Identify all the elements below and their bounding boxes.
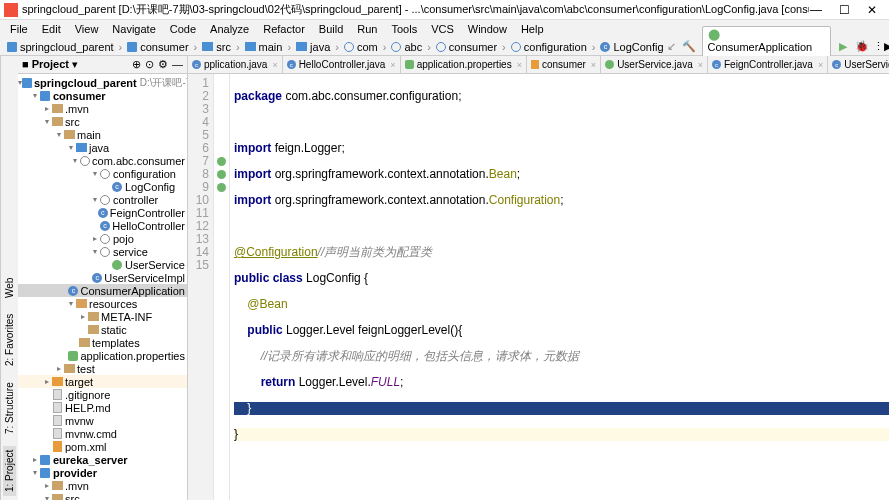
tab-usrsvc[interactable]: UserService.java× <box>601 56 708 73</box>
hide-icon[interactable]: — <box>172 58 183 71</box>
tree-resources[interactable]: ▾resources <box>18 297 187 310</box>
maximize-button[interactable]: ☐ <box>837 3 851 17</box>
crumb-abc[interactable]: abc <box>388 41 425 53</box>
tab-appprops[interactable]: application.properties× <box>401 56 527 73</box>
rail-web[interactable]: Web <box>3 273 16 301</box>
bean-gutter-icon[interactable] <box>217 170 226 179</box>
tab-usrsvcimpl[interactable]: cUserServiceImpl.java× <box>828 56 889 73</box>
hammer-icon[interactable]: 🔨 <box>682 40 696 53</box>
tree-consumer[interactable]: ▾consumer <box>18 89 187 102</box>
tree-target[interactable]: ▸target <box>18 375 187 388</box>
tree-configuration[interactable]: ▾configuration <box>18 167 187 180</box>
run-icon[interactable]: ▶ <box>837 40 849 54</box>
rail-favorites[interactable]: 2: Favorites <box>3 310 16 370</box>
crumb-src[interactable]: src <box>199 41 234 53</box>
collapse-icon[interactable]: ⊕ <box>132 58 141 71</box>
editor-tabs: cpplication.java× cHelloController.java×… <box>188 56 889 74</box>
menu-analyze[interactable]: Analyze <box>204 22 255 36</box>
tree-help[interactable]: HELP.md <box>18 401 187 414</box>
tree-service[interactable]: ▾service <box>18 245 187 258</box>
tree-templates[interactable]: templates <box>18 336 187 349</box>
tree-usrsvcimpl[interactable]: cUserServiceImpl <box>18 271 187 284</box>
tree-provider[interactable]: ▾provider <box>18 466 187 479</box>
close-icon[interactable]: × <box>591 60 596 70</box>
editor[interactable]: 123456789101112131415 package com.abc.co… <box>188 74 889 500</box>
line-gutter: 123456789101112131415 <box>188 74 214 500</box>
crumb-java[interactable]: java <box>293 41 333 53</box>
close-icon[interactable]: × <box>698 60 703 70</box>
menu-vcs[interactable]: VCS <box>425 22 460 36</box>
tab-consumer[interactable]: consumer× <box>527 56 601 73</box>
menu-help[interactable]: Help <box>515 22 550 36</box>
tree-appprops[interactable]: application.properties <box>18 349 187 362</box>
crumb-config[interactable]: configuration <box>508 41 590 53</box>
tab-feignctl[interactable]: cFeignController.java× <box>708 56 828 73</box>
crumb-com[interactable]: com <box>341 41 381 53</box>
close-icon[interactable]: × <box>818 60 823 70</box>
tree-static[interactable]: static <box>18 323 187 336</box>
menu-view[interactable]: View <box>69 22 105 36</box>
tree-pom[interactable]: pom.xml <box>18 440 187 453</box>
tree-mvnw[interactable]: mvnw <box>18 414 187 427</box>
tree-metainf[interactable]: ▸META-INF <box>18 310 187 323</box>
menu-run[interactable]: Run <box>351 22 383 36</box>
code-area[interactable]: package com.abc.consumer.configuration; … <box>230 74 889 500</box>
menu-code[interactable]: Code <box>164 22 202 36</box>
tree-src[interactable]: ▾src <box>18 115 187 128</box>
tree-feignctl[interactable]: cFeignController <box>18 206 187 219</box>
run-dots-icon[interactable]: ⋮▶ <box>875 40 889 54</box>
tree-logconfig[interactable]: cLogConfig <box>18 180 187 193</box>
tree-consapp[interactable]: cConsumerApplication <box>18 284 187 297</box>
tree-main[interactable]: ▾main <box>18 128 187 141</box>
debug-icon[interactable]: 🐞 <box>855 40 869 54</box>
crumb-main[interactable]: main <box>242 41 286 53</box>
project-tree[interactable]: ▾springcloud_parentD:\开课吧-7期\03-spring ▾… <box>18 74 187 500</box>
close-button[interactable]: ✕ <box>865 3 879 17</box>
project-view-selector[interactable]: ■ Project ▾ <box>22 58 78 71</box>
tab-helloctl[interactable]: cHelloController.java× <box>283 56 401 73</box>
menu-edit[interactable]: Edit <box>36 22 67 36</box>
menu-build[interactable]: Build <box>313 22 349 36</box>
menu-file[interactable]: File <box>4 22 34 36</box>
editor-pane: cpplication.java× cHelloController.java×… <box>188 56 889 500</box>
close-icon[interactable]: × <box>272 60 277 70</box>
crumb-consumer[interactable]: consumer <box>433 41 500 53</box>
close-icon[interactable]: × <box>390 60 395 70</box>
menu-refactor[interactable]: Refactor <box>257 22 311 36</box>
rail-project[interactable]: 1: Project <box>3 446 16 496</box>
tree-pojo[interactable]: ▸pojo <box>18 232 187 245</box>
window-title: springcloud_parent [D:\开课吧-7期\03-springc… <box>22 2 809 17</box>
gear-icon[interactable]: ⚙ <box>158 58 168 71</box>
rail-structure[interactable]: 7: Structure <box>3 378 16 438</box>
locate-icon[interactable]: ⊙ <box>145 58 154 71</box>
project-header: ■ Project ▾ ⊕ ⊙ ⚙ — <box>18 56 187 74</box>
titlebar: springcloud_parent [D:\开课吧-7期\03-springc… <box>0 0 889 20</box>
bean-gutter-icon[interactable] <box>217 183 226 192</box>
app-icon <box>4 3 18 17</box>
crumb-module[interactable]: consumer <box>124 41 191 53</box>
crumb-root[interactable]: springcloud_parent <box>4 41 117 53</box>
tree-pkg[interactable]: ▾com.abc.consumer <box>18 154 187 167</box>
menu-window[interactable]: Window <box>462 22 513 36</box>
tree-eureka[interactable]: ▸eureka_server <box>18 453 187 466</box>
nav-back-icon[interactable]: ↙ <box>667 40 676 53</box>
menu-navigate[interactable]: Navigate <box>106 22 161 36</box>
minimize-button[interactable]: — <box>809 3 823 17</box>
bean-gutter-icon[interactable] <box>217 157 226 166</box>
tree-controller[interactable]: ▾controller <box>18 193 187 206</box>
tree-mvn[interactable]: ▸.mvn <box>18 102 187 115</box>
close-icon[interactable]: × <box>517 60 522 70</box>
tree-pmvn[interactable]: ▸.mvn <box>18 479 187 492</box>
tree-psrc[interactable]: ▾src <box>18 492 187 500</box>
crumb-file[interactable]: cLogConfig <box>597 41 666 53</box>
tree-usrsvc[interactable]: UserService <box>18 258 187 271</box>
tree-test[interactable]: ▸test <box>18 362 187 375</box>
menu-tools[interactable]: Tools <box>385 22 423 36</box>
tree-root[interactable]: ▾springcloud_parentD:\开课吧-7期\03-spring <box>18 76 187 89</box>
tree-gitignore[interactable]: .gitignore <box>18 388 187 401</box>
tree-mvnwcmd[interactable]: mvnw.cmd <box>18 427 187 440</box>
tree-helloctl[interactable]: cHelloController <box>18 219 187 232</box>
tree-java[interactable]: ▾java <box>18 141 187 154</box>
navigation-bar: springcloud_parent› consumer› src› main›… <box>0 38 889 56</box>
tab-app-java[interactable]: cpplication.java× <box>188 56 283 73</box>
